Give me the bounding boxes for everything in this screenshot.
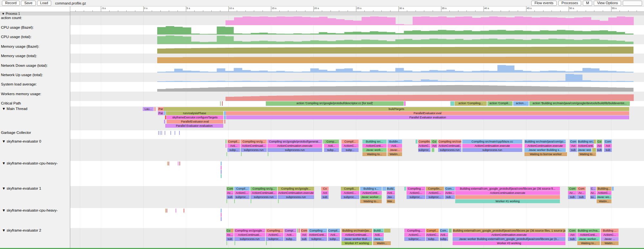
trace-span[interactable]: Compili...: [341, 187, 359, 191]
trace-span[interactable]: Co: [597, 140, 602, 144]
trace-span[interactable]: ActionC...: [266, 233, 284, 237]
trace-span[interactable]: Buildi...: [373, 229, 384, 233]
trace-span[interactable]: subprocess.run: [234, 237, 265, 241]
trace-span[interactable]: [404, 101, 406, 106]
trace-span[interactable]: subproc...: [407, 195, 425, 199]
trace-span[interactable]: Buildin...: [388, 140, 402, 144]
action-count-chart[interactable]: [70, 15, 644, 25]
trace-span[interactable]: [221, 166, 222, 170]
trace-span[interactable]: [168, 162, 169, 165]
trace-span[interactable]: [221, 209, 222, 213]
cpu-total-chart[interactable]: [70, 35, 644, 44]
trace-span[interactable]: ActionContinuati...: [341, 233, 372, 237]
trace-span[interactable]: [226, 152, 227, 156]
trace-span[interactable]: Com: [301, 229, 308, 233]
trace-span[interactable]: Parallel Evaluator evaluation: [226, 115, 629, 119]
trace-span[interactable]: [222, 101, 223, 106]
trace-span[interactable]: Waitin...: [373, 241, 391, 245]
trace-span[interactable]: [226, 140, 226, 144]
trace-span[interactable]: Javac...: [388, 148, 402, 152]
trace-span[interactable]: Compiling src/g...: [241, 140, 267, 144]
trace-span[interactable]: Compilin...: [426, 187, 444, 191]
trace-span[interactable]: [178, 162, 178, 165]
trace-span[interactable]: Act: [570, 144, 577, 148]
trace-span[interactable]: Building src/main/jav...: [341, 229, 372, 233]
trace-span[interactable]: Java...: [373, 237, 384, 241]
track-label-main-thread[interactable]: ▼ Main Thread: [0, 107, 70, 111]
trace-span[interactable]: Waitin...: [597, 199, 611, 203]
trace-span[interactable]: Javac worker Buil...: [341, 237, 372, 241]
trace-span[interactable]: Compilin...: [418, 140, 430, 144]
trace-span[interactable]: [164, 111, 166, 115]
trace-span[interactable]: subp...: [426, 237, 439, 241]
trace-span[interactable]: [221, 174, 222, 178]
trace-span[interactable]: Compiling src/core/...: [438, 140, 461, 144]
trace-span[interactable]: Compiling src/google...: [234, 229, 265, 233]
trace-span[interactable]: subp...: [284, 237, 296, 241]
trace-span[interactable]: Building external/com_google_protobuf/ja…: [455, 187, 560, 191]
trace-span[interactable]: sub: [570, 148, 577, 152]
trace-span[interactable]: sub...: [445, 195, 455, 199]
trace-span[interactable]: [235, 241, 235, 245]
trace-span[interactable]: Compil...: [234, 187, 250, 191]
trace-span[interactable]: Compiling src/google/protobuf/generat...: [267, 140, 322, 144]
trace-span[interactable]: su...: [590, 195, 596, 199]
trace-span[interactable]: subprocess.run: [267, 148, 322, 152]
trace-span[interactable]: Javac wor...: [578, 148, 591, 152]
trace-span[interactable]: [226, 241, 227, 245]
trace-span[interactable]: ActionContinuati...: [234, 233, 265, 237]
trace-span[interactable]: [176, 209, 176, 213]
trace-span[interactable]: action...: [513, 101, 529, 106]
trace-span[interactable]: Javac worker Building external/com_googl…: [453, 237, 565, 241]
trace-span[interactable]: Compiling...: [404, 229, 425, 233]
trace-span[interactable]: [179, 131, 180, 135]
trace-span[interactable]: sub: [568, 237, 577, 241]
trace-span[interactable]: sub: [568, 195, 577, 199]
track-label-skyframe-evaluator-0[interactable]: ▼ skyframe-evaluator 0: [0, 139, 70, 143]
trace-span[interactable]: subprocess.run: [250, 195, 277, 199]
trace-span[interactable]: ActionContinuati...: [438, 144, 461, 148]
trace-span[interactable]: Javac worker Building s...: [524, 148, 566, 152]
trace-span[interactable]: subp...: [324, 148, 339, 152]
trace-span[interactable]: Compiling src/main/cpp/blaze.cc: [462, 140, 522, 144]
trace-span[interactable]: Building src/ma...: [577, 229, 600, 233]
trace-span[interactable]: ActionConti...: [578, 144, 594, 148]
trace-span[interactable]: ActionConti...: [362, 144, 387, 148]
trace-span[interactable]: ActionConti...: [360, 191, 382, 195]
trace-span[interactable]: ActionC...: [407, 191, 425, 195]
trace-span[interactable]: Waiting to...: [360, 199, 382, 203]
trace-span[interactable]: action 'Compili...: [487, 101, 513, 106]
trace-span[interactable]: [251, 199, 251, 203]
trace-span[interactable]: sub: [301, 237, 308, 241]
trace-span[interactable]: ActionConti...: [308, 233, 327, 237]
trace-span[interactable]: action 'Compiling src/google/protobuf/de…: [266, 101, 404, 106]
trace-span[interactable]: Parallel Evaluator evaluation: [165, 124, 223, 128]
trace-span[interactable]: Compi...: [284, 229, 296, 233]
trace-span[interactable]: Building src...: [362, 140, 387, 144]
trace-span[interactable]: Javac ...: [601, 237, 619, 241]
trace-span[interactable]: ActionContinuation.execute: [462, 144, 522, 148]
trace-span[interactable]: subproc...: [308, 237, 327, 241]
trace-span[interactable]: subproc...: [426, 195, 444, 199]
trace-span[interactable]: Ac...: [226, 191, 234, 195]
trace-span[interactable]: [299, 229, 300, 233]
trace-span[interactable]: sub: [321, 195, 329, 199]
trace-span[interactable]: [266, 241, 267, 245]
trace-span[interactable]: Act: [321, 191, 329, 195]
trace-span[interactable]: Acti...: [284, 233, 296, 237]
net-down-chart[interactable]: [70, 63, 644, 73]
trace-span[interactable]: Javac worker...: [577, 237, 600, 241]
trace-span[interactable]: Act: [604, 144, 612, 148]
trace-span[interactable]: [612, 187, 614, 191]
trace-span[interactable]: C...: [590, 187, 596, 191]
trace-span[interactable]: action 'Building src/main/java/com/googl…: [529, 101, 630, 106]
trace-span[interactable]: ActionContinuati...: [241, 144, 267, 148]
trace-span[interactable]: ActionContinuation.execute: [524, 144, 566, 148]
trace-span[interactable]: subproc...: [404, 237, 425, 241]
trace-span[interactable]: [220, 101, 221, 106]
trace-span[interactable]: [231, 229, 234, 233]
trace-span[interactable]: [449, 229, 452, 233]
trace-span[interactable]: ActionC...: [601, 233, 619, 237]
trace-span[interactable]: [158, 131, 159, 135]
track-label-skyframe-evaluator-1[interactable]: ▼ skyframe-evaluator 1: [0, 186, 70, 190]
